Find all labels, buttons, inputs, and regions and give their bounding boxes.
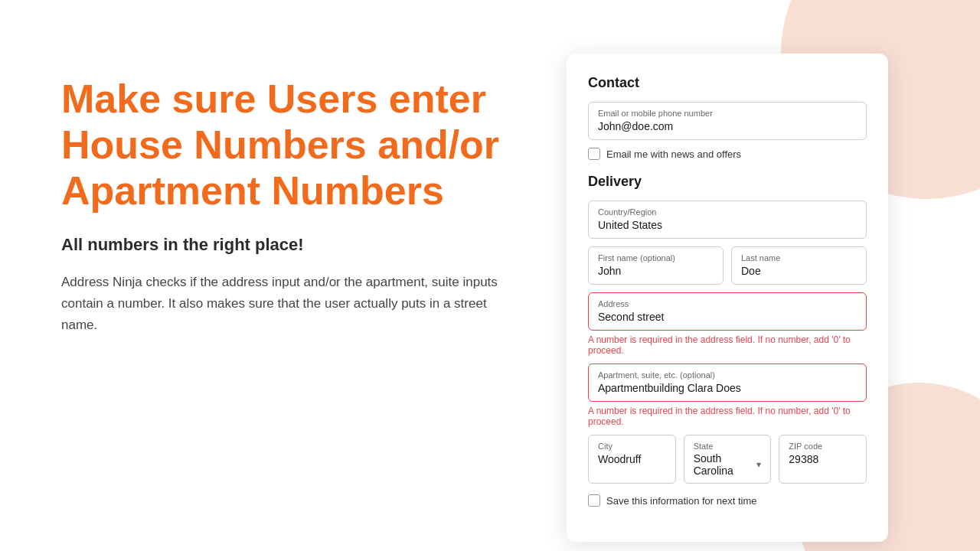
apartment-field-wrapper[interactable]: Apartment, suite, etc. (optional) Apartm… bbox=[588, 364, 867, 402]
form-card: Contact Email or mobile phone number Joh… bbox=[567, 54, 888, 542]
state-select-display[interactable]: South Carolina ▾ bbox=[694, 452, 762, 477]
save-checkbox[interactable] bbox=[588, 494, 600, 507]
country-label: Country/Region bbox=[598, 207, 857, 217]
last-name-label: Last name bbox=[741, 253, 857, 262]
city-state-zip-row: City Woodruff State South Carolina ▾ ZIP… bbox=[588, 435, 867, 484]
first-name-value: John bbox=[598, 265, 621, 277]
subheadline: All numbers in the right place! bbox=[61, 235, 521, 255]
country-value: United States bbox=[598, 219, 662, 231]
apartment-value: Apartmentbuilding Clara Does bbox=[598, 382, 741, 394]
last-name-value: Doe bbox=[741, 265, 761, 277]
address-group: Address Second street A number is requir… bbox=[588, 292, 867, 356]
headline: Make sure Users enter House Numbers and/… bbox=[61, 77, 521, 214]
zip-value: 29388 bbox=[789, 453, 818, 465]
last-name-field[interactable]: Last name Doe bbox=[731, 246, 867, 285]
address-field-wrapper[interactable]: Address Second street bbox=[588, 292, 867, 331]
state-label: State bbox=[694, 442, 762, 451]
save-checkbox-row[interactable]: Save this information for next time bbox=[588, 494, 867, 507]
email-checkbox-row[interactable]: Email me with news and offers bbox=[588, 148, 867, 160]
address-label: Address bbox=[598, 299, 857, 308]
email-value: John@doe.com bbox=[598, 120, 673, 132]
email-label: Email or mobile phone number bbox=[598, 109, 857, 118]
address-value: Second street bbox=[598, 311, 664, 323]
city-value: Woodruff bbox=[598, 453, 641, 465]
first-name-field[interactable]: First name (optional) John bbox=[588, 246, 724, 285]
apartment-group: Apartment, suite, etc. (optional) Apartm… bbox=[588, 364, 867, 427]
address-error: A number is required in the address fiel… bbox=[588, 334, 867, 356]
city-field[interactable]: City Woodruff bbox=[588, 435, 676, 484]
first-name-label: First name (optional) bbox=[598, 253, 714, 262]
body-text: Address Ninja checks if the address inpu… bbox=[61, 272, 521, 336]
city-label: City bbox=[598, 442, 666, 451]
email-field-wrapper[interactable]: Email or mobile phone number John@doe.co… bbox=[588, 102, 867, 140]
delivery-title: Delivery bbox=[588, 174, 867, 190]
apartment-error: A number is required in the address fiel… bbox=[588, 406, 867, 427]
state-field[interactable]: State South Carolina ▾ bbox=[684, 435, 772, 484]
email-checkbox-label: Email me with news and offers bbox=[606, 148, 741, 160]
country-group: Country/Region United States bbox=[588, 201, 867, 239]
country-field-wrapper[interactable]: Country/Region United States bbox=[588, 201, 867, 239]
chevron-down-icon: ▾ bbox=[756, 459, 761, 470]
contact-title: Contact bbox=[588, 75, 867, 91]
name-row: First name (optional) John Last name Doe bbox=[588, 246, 867, 285]
zip-label: ZIP code bbox=[789, 442, 857, 451]
email-checkbox[interactable] bbox=[588, 148, 600, 160]
email-group: Email or mobile phone number John@doe.co… bbox=[588, 102, 867, 140]
left-panel: Make sure Users enter House Numbers and/… bbox=[61, 46, 521, 337]
state-value: South Carolina bbox=[694, 452, 757, 477]
zip-field[interactable]: ZIP code 29388 bbox=[779, 435, 867, 484]
save-checkbox-label: Save this information for next time bbox=[606, 495, 757, 507]
apartment-label: Apartment, suite, etc. (optional) bbox=[598, 370, 857, 380]
